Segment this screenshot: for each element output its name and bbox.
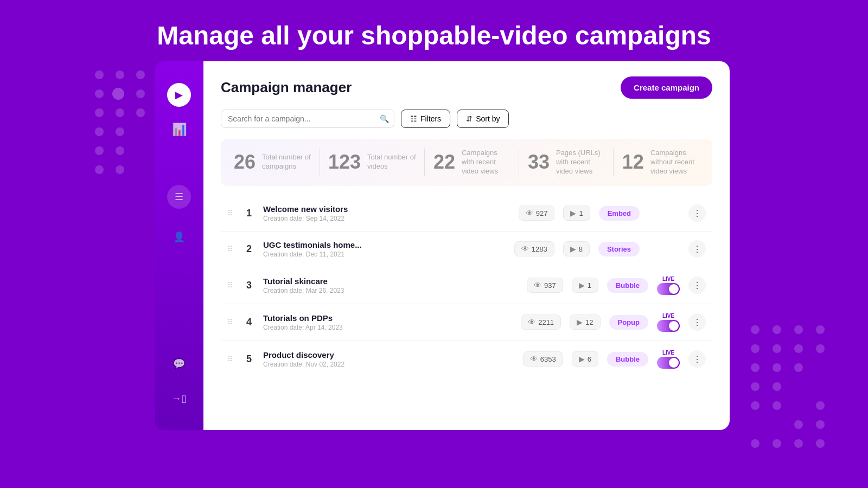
table-row: ⠿ 1 Welcome new visitors Creation date: … — [221, 196, 712, 232]
sidebar: ▶ 📊 ☰ 👤 💬 →▯ — [155, 61, 203, 430]
sidebar-chart-icon[interactable]: 📊 — [167, 118, 191, 142]
campaign-name-3: Tutorial skincare — [263, 277, 518, 286]
videos-badge-5: ▶ 6 — [572, 351, 598, 367]
videos-badge-3: ▶ 1 — [572, 278, 598, 293]
live-toggle-5[interactable]: LIVE — [657, 350, 680, 369]
sort-icon: ⇵ — [466, 114, 473, 123]
campaign-name-2: UGC testimonials home... — [263, 240, 506, 249]
toggle-knob-4 — [669, 321, 679, 331]
campaign-info-1: Welcome new visitors Creation date: Sep … — [263, 204, 510, 222]
search-box: 🔍 — [221, 110, 394, 128]
views-count-1: 927 — [536, 209, 548, 217]
videos-count-1: 1 — [579, 209, 583, 217]
toolbar-row: 🔍 ☷ Filters ⇵ Sort by — [221, 110, 712, 128]
page-heading: Campaign manager — [221, 79, 352, 96]
videos-count-5: 6 — [588, 355, 591, 363]
stat-item-2: 22Campaigns with recent video views — [433, 149, 510, 176]
views-count-5: 6353 — [540, 355, 556, 363]
sidebar-play-icon[interactable]: ▶ — [167, 83, 191, 107]
eye-icon-4: 👁 — [528, 318, 535, 326]
campaign-num-5: 5 — [244, 354, 254, 365]
search-icon: 🔍 — [380, 114, 389, 123]
type-badge-2[interactable]: Stories — [598, 242, 640, 256]
views-badge-5: 👁 6353 — [523, 351, 563, 367]
page-title: Manage all your shoppable-video campaign… — [0, 0, 868, 61]
eye-icon-3: 👁 — [534, 281, 541, 290]
views-count-4: 2211 — [538, 318, 554, 326]
type-badge-3[interactable]: Bubble — [607, 278, 648, 293]
videos-badge-1: ▶ 1 — [563, 206, 590, 221]
views-badge-2: 👁 1283 — [514, 241, 554, 256]
views-badge-1: 👁 927 — [519, 206, 555, 221]
sidebar-logout-icon[interactable]: →▯ — [167, 387, 191, 410]
video-icon-5: ▶ — [579, 355, 585, 363]
stat-item-4: 12Campaigns without recent video views — [622, 149, 699, 176]
drag-handle-4[interactable]: ⠿ — [227, 318, 233, 326]
campaign-info-5: Product discovery Creation date: Nov 02,… — [263, 350, 514, 368]
drag-handle-2[interactable]: ⠿ — [227, 245, 233, 253]
more-button-5[interactable]: ⋮ — [688, 350, 706, 368]
campaign-name-5: Product discovery — [263, 350, 514, 359]
sidebar-chat-icon[interactable]: 💬 — [167, 352, 191, 376]
filters-button[interactable]: ☷ Filters — [401, 110, 450, 128]
sidebar-menu-icon[interactable]: ☰ — [167, 185, 191, 209]
type-badge-5[interactable]: Bubble — [607, 352, 648, 367]
videos-count-2: 8 — [579, 245, 583, 253]
content-area: Campaign manager Create campaign 🔍 ☷ Fil… — [203, 61, 730, 430]
drag-handle-1[interactable]: ⠿ — [227, 209, 233, 217]
more-button-1[interactable]: ⋮ — [688, 204, 706, 222]
campaign-date-5: Creation date: Nov 02, 2022 — [263, 361, 514, 368]
sidebar-user-icon[interactable]: 👤 — [167, 225, 191, 249]
filter-icon: ☷ — [410, 114, 417, 123]
campaign-num-4: 4 — [244, 317, 254, 328]
videos-badge-4: ▶ 12 — [570, 314, 600, 330]
views-count-2: 1283 — [532, 245, 547, 253]
live-toggle-4[interactable]: LIVE — [657, 313, 680, 332]
header-row: Campaign manager Create campaign — [221, 76, 712, 99]
more-button-3[interactable]: ⋮ — [688, 277, 706, 294]
campaign-list: ⠿ 1 Welcome new visitors Creation date: … — [221, 196, 712, 377]
drag-handle-3[interactable]: ⠿ — [227, 281, 233, 290]
stat-label-2: Campaigns with recent video views — [462, 149, 510, 176]
table-row: ⠿ 5 Product discovery Creation date: Nov… — [221, 341, 712, 377]
stat-number-0: 26 — [234, 151, 256, 174]
campaign-info-2: UGC testimonials home... Creation date: … — [263, 240, 506, 258]
type-badge-4[interactable]: Popup — [609, 315, 648, 330]
campaign-date-1: Creation date: Sep 14, 2022 — [263, 215, 510, 222]
toggle-knob-5 — [669, 358, 679, 368]
search-input[interactable] — [221, 110, 394, 128]
views-badge-3: 👁 937 — [527, 278, 563, 293]
video-icon-1: ▶ — [570, 209, 576, 217]
stats-row: 26Total number of campaigns123Total numb… — [221, 139, 712, 186]
more-button-2[interactable]: ⋮ — [688, 240, 706, 258]
sort-button[interactable]: ⇵ Sort by — [457, 110, 509, 128]
campaign-date-2: Creation date: Dec 11, 2021 — [263, 251, 506, 258]
stat-number-3: 33 — [528, 151, 550, 174]
video-icon-4: ▶ — [577, 318, 583, 326]
type-badge-1[interactable]: Embed — [599, 206, 640, 221]
stat-label-1: Total number of videos — [367, 153, 416, 171]
stat-label-4: Campaigns without recent video views — [650, 149, 699, 176]
video-icon-2: ▶ — [570, 245, 576, 253]
stat-number-4: 12 — [622, 151, 644, 174]
live-label-4: LIVE — [662, 313, 674, 319]
table-row: ⠿ 4 Tutorials on PDPs Creation date: Apr… — [221, 304, 712, 341]
drag-handle-5[interactable]: ⠿ — [227, 355, 233, 363]
campaign-num-3: 3 — [244, 280, 254, 291]
stat-item-3: 33Pages (URLs) with recent video views — [528, 149, 605, 176]
stat-divider-1 — [424, 149, 425, 176]
toggle-switch-3[interactable] — [657, 283, 680, 295]
eye-icon-1: 👁 — [526, 209, 533, 217]
stat-divider-0 — [320, 149, 320, 176]
create-campaign-button[interactable]: Create campaign — [621, 76, 712, 99]
stat-item-0: 26Total number of campaigns — [234, 149, 311, 176]
video-icon-3: ▶ — [579, 281, 585, 290]
live-toggle-3[interactable]: LIVE — [657, 276, 680, 295]
stat-item-1: 123Total number of videos — [328, 149, 416, 176]
live-label-5: LIVE — [662, 350, 674, 356]
live-label-3: LIVE — [662, 276, 674, 282]
more-button-4[interactable]: ⋮ — [688, 313, 706, 331]
stat-number-1: 123 — [328, 151, 361, 174]
toggle-switch-4[interactable] — [657, 320, 680, 332]
toggle-switch-5[interactable] — [657, 357, 680, 369]
